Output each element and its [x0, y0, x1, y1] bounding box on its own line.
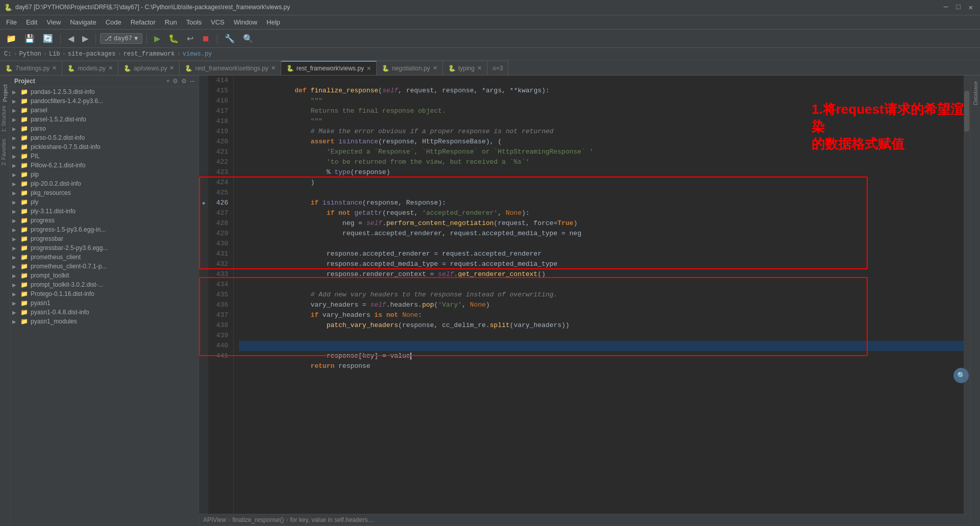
close-models-tab[interactable]: ✕ — [108, 65, 113, 71]
scrollbar-thumb[interactable] — [964, 91, 969, 132]
breadcrumb-views-py[interactable]: views.py — [183, 51, 212, 58]
sidebar-item-ply-dist[interactable]: ▶ 📁 ply-3.11.dist-info — [10, 207, 199, 216]
gutter-431 — [199, 249, 208, 259]
sidebar-add-icon[interactable]: + — [166, 78, 169, 85]
sidebar-item-prompt-toolkit[interactable]: ▶ 📁 prompt_toolkit — [10, 271, 199, 280]
menu-refactor[interactable]: Refactor — [127, 17, 160, 27]
sidebar-item-pyasn1-modules[interactable]: ▶ 📁 pyasn1_modules — [10, 317, 199, 326]
menu-vcs[interactable]: VCS — [207, 17, 229, 27]
menu-code[interactable]: Code — [102, 17, 126, 27]
sidebar-gear-icon[interactable]: ⚙ — [181, 78, 187, 85]
floating-search-button[interactable]: 🔍 — [953, 368, 969, 383]
code-line-422: % type(response) — [239, 157, 964, 167]
breadcrumb-bottom-for[interactable]: for key, value in self.headers.... — [290, 516, 375, 523]
tab-icon-rf-views: 🐍 — [286, 65, 294, 72]
menu-run[interactable]: Run — [161, 17, 181, 27]
close-button[interactable]: ✕ — [966, 3, 976, 12]
sidebar-item-pandas[interactable]: ▶ 📁 pandas-1.2.5.3.dist-info — [10, 87, 199, 96]
tab-typing[interactable]: 🐍 typing ✕ — [443, 61, 487, 75]
sidebar-item-progressbar-25[interactable]: ▶ 📁 progressbar-2.5-py3.6.egg... — [10, 243, 199, 253]
tab-more[interactable]: ≡+3 — [487, 61, 509, 75]
right-panel: Database — [970, 76, 980, 526]
sidebar-item-ply[interactable]: ▶ 📁 ply — [10, 197, 199, 207]
arrow-icon: ▶ — [12, 135, 19, 141]
toolbar-open-folder[interactable]: 📁 — [3, 33, 19, 44]
close-typing-tab[interactable]: ✕ — [477, 65, 482, 71]
sidebar-minimize-icon[interactable]: ─ — [190, 78, 194, 85]
toolbar-stop[interactable]: ⏹ — [199, 33, 213, 44]
code-line-426: if not getattr(request, 'accepted_render… — [239, 198, 964, 208]
menu-file[interactable]: File — [2, 17, 21, 27]
vertical-label-structure[interactable]: 1: Structure — [0, 102, 9, 135]
sidebar-item-pip-dist[interactable]: ▶ 📁 pip-20.0.2.dist-info — [10, 179, 199, 188]
menu-navigate[interactable]: Navigate — [66, 17, 100, 27]
toolbar-separator-3 — [146, 34, 147, 44]
tab-models-py[interactable]: 🐍 models.py ✕ — [62, 61, 118, 75]
gutter-415 — [199, 86, 208, 96]
sidebar-item-pkg-resources[interactable]: ▶ 📁 pkg_resources — [10, 188, 199, 197]
close-rf-settings-tab[interactable]: ✕ — [271, 65, 276, 71]
branch-chevron: ▼ — [134, 35, 138, 42]
sidebar-item-pil[interactable]: ▶ 📁 PIL — [10, 152, 199, 161]
menu-window[interactable]: Window — [230, 17, 261, 27]
breadcrumb-python[interactable]: Python — [19, 51, 41, 58]
tab-rf-views-py[interactable]: 🐍 rest_framework\views.py ✕ — [281, 61, 377, 75]
tab-negotiation-py[interactable]: 🐍 negotiation.py ✕ — [377, 61, 443, 75]
sidebar-item-pip[interactable]: ▶ 📁 pip — [10, 170, 199, 179]
title-bar-left: 🐍 day67 [D:\PYTHON\Projects\DRF练习\day67]… — [4, 3, 290, 12]
sidebar-item-progressbar[interactable]: ▶ 📁 progressbar — [10, 234, 199, 243]
tab-api-views-py[interactable]: 🐍 api\views.py ✕ — [118, 61, 180, 75]
annotation-text: 1.将request请求的希望渲染的数据格式赋值 — [812, 101, 965, 153]
sidebar-item-prometheus[interactable]: ▶ 📁 prometheus_client — [10, 253, 199, 262]
maximize-button[interactable]: □ — [953, 3, 963, 12]
close-negotiation-tab[interactable]: ✕ — [433, 65, 437, 71]
toolbar-save[interactable]: 💾 — [21, 33, 38, 44]
toolbar-search[interactable]: 🔍 — [240, 33, 256, 44]
sidebar-item-pandocfilters[interactable]: ▶ 📁 pandocfilters-1.4.2-py3.6... — [10, 96, 199, 106]
tab-rf-settings[interactable]: 🐍 rest_framework\settings.py ✕ — [180, 61, 281, 75]
sidebar-item-pickleshare[interactable]: ▶ 📁 pickleshare-0.7.5.dist-info — [10, 142, 199, 152]
toolbar-run[interactable]: ▶ — [151, 33, 163, 44]
sidebar-item-protego[interactable]: ▶ 📁 Protego-0.1.16.dist-info — [10, 289, 199, 298]
menu-edit[interactable]: Edit — [22, 17, 41, 27]
menu-tools[interactable]: Tools — [182, 17, 206, 27]
close-rf-views-tab[interactable]: ✕ — [366, 65, 371, 72]
breadcrumb-bottom-apiview[interactable]: APIView — [203, 516, 226, 523]
sidebar-item-parsel[interactable]: ▶ 📁 parsel — [10, 106, 199, 115]
breadcrumb-c[interactable]: C: — [4, 51, 11, 58]
tab-settings-py[interactable]: 🐍 7\settings.py ✕ — [0, 61, 62, 75]
folder-icon: 📁 — [20, 299, 28, 307]
close-settings-tab[interactable]: ✕ — [52, 65, 57, 71]
breadcrumb-bottom-finalize[interactable]: finalize_response() — [232, 516, 284, 523]
close-api-views-tab[interactable]: ✕ — [169, 65, 174, 71]
sidebar-item-pyasn1-dist[interactable]: ▶ 📁 pyasn1-0.4.8.dist-info — [10, 308, 199, 317]
breadcrumb-rest-framework[interactable]: rest_framework — [124, 51, 175, 58]
toolbar-back[interactable]: ◀ — [65, 33, 77, 44]
sidebar-sync-icon[interactable]: ⚙ — [173, 78, 178, 85]
sidebar-item-prompt-toolkit-dist[interactable]: ▶ 📁 prompt_toolkit-3.0.2.dist-... — [10, 280, 199, 289]
toolbar-forward[interactable]: ▶ — [79, 33, 91, 44]
sidebar-item-progress-dist[interactable]: ▶ 📁 progress-1.5-py3.6.egg-in... — [10, 225, 199, 234]
sidebar-item-pyasn1[interactable]: ▶ 📁 pyasn1 — [10, 298, 199, 308]
sidebar-item-parso-dist[interactable]: ▶ 📁 parso-0.5.2.dist-info — [10, 133, 199, 142]
sidebar-item-parsel-dist[interactable]: ▶ 📁 parsel-1.5.2.dist-info — [10, 115, 199, 124]
sidebar-item-prometheus-dist[interactable]: ▶ 📁 prometheus_client-0.7.1-p... — [10, 262, 199, 271]
code-line-429 — [239, 229, 964, 239]
code-line-436: if vary_headers is not None: — [239, 300, 964, 310]
sidebar-item-progress[interactable]: ▶ 📁 progress — [10, 216, 199, 225]
right-panel-db[interactable]: Database — [971, 78, 979, 108]
toolbar-rerun[interactable]: ↩ — [184, 33, 197, 44]
toolbar-sync[interactable]: 🔄 — [40, 33, 56, 44]
toolbar-debug[interactable]: 🐛 — [165, 33, 182, 44]
toolbar-settings[interactable]: 🔧 — [222, 33, 238, 44]
minimize-button[interactable]: ─ — [941, 3, 951, 12]
menu-help[interactable]: Help — [262, 17, 284, 27]
menu-view[interactable]: View — [42, 17, 65, 27]
breadcrumb-lib[interactable]: Lib — [49, 51, 60, 58]
sidebar-item-parso[interactable]: ▶ 📁 parso — [10, 124, 199, 133]
toolbar-branch[interactable]: ⎇ day67 ▼ — [100, 33, 142, 44]
vertical-label-favorites[interactable]: 2: Favorites — [0, 135, 9, 168]
breadcrumb-site-packages[interactable]: site-packages — [68, 51, 116, 58]
title-bar-controls[interactable]: ─ □ ✕ — [941, 3, 976, 12]
sidebar-item-pillow[interactable]: ▶ 📁 Pillow-6.2.1.dist-info — [10, 161, 199, 170]
